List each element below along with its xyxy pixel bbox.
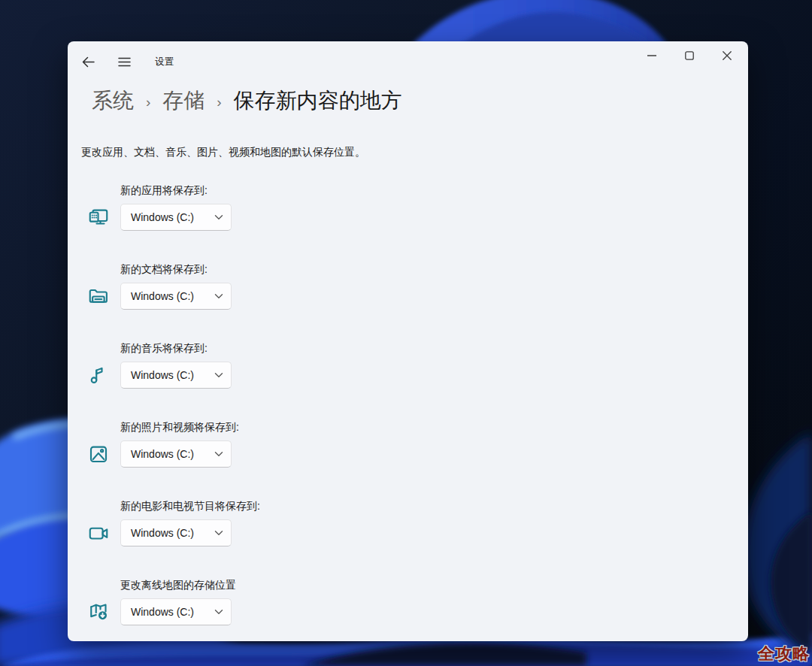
- navigation-menu-button[interactable]: [117, 54, 132, 70]
- breadcrumb-separator-icon: ›: [217, 84, 221, 117]
- chevron-down-icon: [214, 609, 223, 615]
- titlebar: 设置: [68, 41, 748, 82]
- section-label: 新的电影和电视节目将保存到:: [120, 498, 748, 513]
- section-label: 新的音乐将保存到:: [120, 341, 748, 356]
- save-location-sections: 新的应用将保存到: Windows (C:) 新的文档将保: [87, 183, 748, 625]
- back-arrow-icon: [82, 56, 95, 68]
- save-location-section: 新的电影和电视节目将保存到: Windows (C:): [87, 498, 748, 546]
- section-label: 新的照片和视频将保存到:: [120, 419, 748, 434]
- section-row: Windows (C:): [87, 440, 748, 468]
- section-row: Windows (C:): [87, 204, 748, 231]
- section-row: Windows (C:): [87, 519, 748, 546]
- back-button[interactable]: [80, 54, 96, 70]
- video-camera-icon: [87, 522, 110, 544]
- chevron-down-icon: [214, 451, 223, 457]
- save-location-section: 新的应用将保存到: Windows (C:): [87, 183, 748, 231]
- section-row: Windows (C:): [87, 598, 748, 625]
- breadcrumb-item-storage[interactable]: 存储: [162, 86, 205, 116]
- watermark: 全攻略: [758, 643, 810, 665]
- breadcrumb-item-system[interactable]: 系统: [92, 86, 134, 116]
- drive-select-dropdown[interactable]: Windows (C:): [120, 440, 232, 468]
- drive-select-value: Windows (C:): [131, 606, 194, 618]
- maximize-icon: [685, 51, 694, 60]
- drive-select-dropdown[interactable]: Windows (C:): [120, 362, 232, 389]
- drive-select-dropdown[interactable]: Windows (C:): [120, 283, 232, 310]
- app-title: 设置: [155, 56, 174, 68]
- documents-folder-icon: [87, 285, 110, 307]
- page-title: 保存新内容的地方: [234, 86, 402, 116]
- chevron-down-icon: [214, 530, 223, 536]
- section-label: 更改离线地图的存储位置: [120, 577, 748, 592]
- close-icon: [723, 51, 732, 60]
- window-controls: [633, 41, 746, 70]
- apps-monitor-icon: [87, 206, 110, 229]
- breadcrumb: 系统 › 存储 › 保存新内容的地方: [92, 84, 748, 117]
- save-location-section: 更改离线地图的存储位置 Windows (C:): [87, 577, 748, 625]
- chevron-down-icon: [214, 214, 223, 220]
- close-button[interactable]: [708, 41, 746, 70]
- page-description: 更改应用、文档、音乐、图片、视频和地图的默认保存位置。: [81, 144, 748, 159]
- save-location-section: 新的音乐将保存到: Windows (C:): [87, 341, 748, 389]
- section-label: 新的文档将保存到:: [120, 262, 748, 277]
- settings-window: 设置 系统 › 存储 › 保存新内容的地方 更改应用、文档、音乐、图片、视频和地…: [68, 41, 748, 641]
- section-row: Windows (C:): [87, 283, 748, 310]
- photos-icon: [87, 443, 110, 465]
- chevron-down-icon: [214, 372, 223, 378]
- music-note-icon: [87, 364, 110, 386]
- desktop: 设置 系统 › 存储 › 保存新内容的地方 更改应用、文档、音乐、图片、视频和地…: [0, 0, 812, 666]
- save-location-section: 新的照片和视频将保存到: Windows (C:): [87, 419, 748, 468]
- chevron-down-icon: [214, 293, 223, 299]
- minimize-icon: [647, 55, 656, 56]
- maximize-button[interactable]: [671, 41, 708, 70]
- hamburger-menu-icon: [118, 57, 131, 67]
- drive-select-value: Windows (C:): [131, 290, 194, 302]
- offline-maps-icon: [87, 601, 110, 623]
- drive-select-value: Windows (C:): [131, 448, 194, 460]
- drive-select-dropdown[interactable]: Windows (C:): [120, 598, 232, 625]
- minimize-button[interactable]: [633, 41, 671, 70]
- drive-select-dropdown[interactable]: Windows (C:): [120, 519, 232, 546]
- section-row: Windows (C:): [87, 362, 748, 389]
- save-location-section: 新的文档将保存到: Windows (C:): [87, 262, 748, 310]
- drive-select-value: Windows (C:): [131, 527, 194, 539]
- section-label: 新的应用将保存到:: [120, 183, 748, 198]
- drive-select-value: Windows (C:): [131, 369, 194, 381]
- drive-select-value: Windows (C:): [131, 211, 194, 223]
- breadcrumb-separator-icon: ›: [146, 84, 150, 117]
- drive-select-dropdown[interactable]: Windows (C:): [120, 204, 232, 231]
